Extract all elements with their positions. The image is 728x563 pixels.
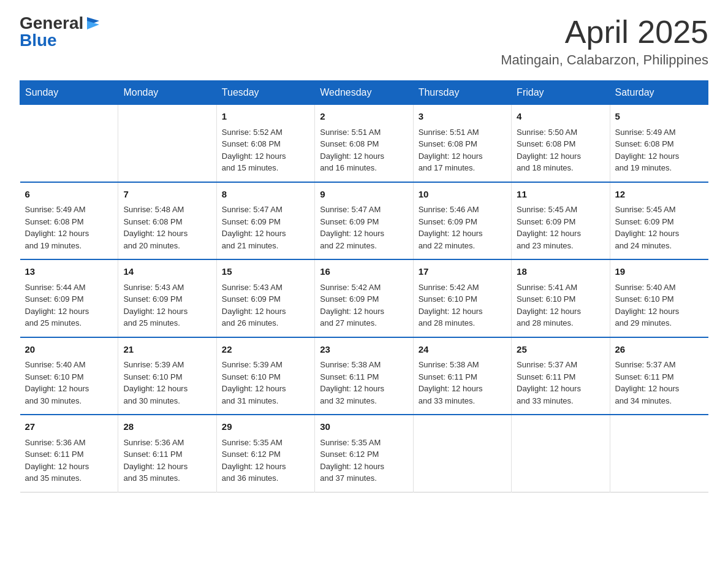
day-number: 6: [25, 188, 113, 202]
day-number: 5: [615, 110, 703, 124]
day-number: 12: [615, 188, 703, 202]
calendar-day-cell: [413, 415, 511, 492]
calendar-day-cell: [118, 105, 216, 182]
day-info: Sunrise: 5:38 AM Sunset: 6:11 PM Dayligh…: [320, 359, 408, 407]
calendar-day-cell: 25Sunrise: 5:37 AM Sunset: 6:11 PM Dayli…: [512, 337, 610, 415]
day-info: Sunrise: 5:47 AM Sunset: 6:09 PM Dayligh…: [222, 204, 309, 251]
day-info: Sunrise: 5:43 AM Sunset: 6:09 PM Dayligh…: [123, 282, 211, 329]
calendar-day-cell: 19Sunrise: 5:40 AM Sunset: 6:10 PM Dayli…: [610, 259, 708, 337]
calendar-day-cell: 16Sunrise: 5:42 AM Sunset: 6:09 PM Dayli…: [315, 259, 413, 337]
calendar-day-cell: 17Sunrise: 5:42 AM Sunset: 6:10 PM Dayli…: [413, 259, 511, 337]
calendar-week-row: 13Sunrise: 5:44 AM Sunset: 6:09 PM Dayli…: [20, 259, 708, 337]
calendar-day-cell: 23Sunrise: 5:38 AM Sunset: 6:11 PM Dayli…: [315, 337, 413, 415]
page-header: General Blue April 2025 Matingain, Calab…: [20, 15, 708, 68]
day-number: 20: [25, 343, 113, 357]
calendar-day-cell: 11Sunrise: 5:45 AM Sunset: 6:09 PM Dayli…: [512, 182, 610, 260]
logo-flag-icon: [85, 15, 102, 32]
day-info: Sunrise: 5:37 AM Sunset: 6:11 PM Dayligh…: [517, 359, 604, 407]
days-of-week-row: SundayMondayTuesdayWednesdayThursdayFrid…: [20, 81, 708, 105]
calendar-day-cell: 7Sunrise: 5:48 AM Sunset: 6:08 PM Daylig…: [118, 182, 216, 260]
calendar-day-cell: 12Sunrise: 5:45 AM Sunset: 6:09 PM Dayli…: [610, 182, 708, 260]
day-info: Sunrise: 5:39 AM Sunset: 6:10 PM Dayligh…: [123, 359, 211, 407]
day-info: Sunrise: 5:38 AM Sunset: 6:11 PM Dayligh…: [419, 359, 506, 407]
day-info: Sunrise: 5:50 AM Sunset: 6:08 PM Dayligh…: [517, 126, 604, 174]
day-info: Sunrise: 5:35 AM Sunset: 6:12 PM Dayligh…: [320, 437, 408, 484]
calendar-day-cell: [610, 415, 708, 492]
calendar-day-cell: 30Sunrise: 5:35 AM Sunset: 6:12 PM Dayli…: [315, 415, 413, 492]
day-of-week-header: Wednesday: [315, 81, 413, 105]
day-number: 22: [222, 343, 309, 357]
calendar-week-row: 20Sunrise: 5:40 AM Sunset: 6:10 PM Dayli…: [20, 337, 708, 415]
calendar-day-cell: 4Sunrise: 5:50 AM Sunset: 6:08 PM Daylig…: [512, 105, 610, 182]
day-info: Sunrise: 5:40 AM Sunset: 6:10 PM Dayligh…: [25, 359, 113, 407]
day-info: Sunrise: 5:42 AM Sunset: 6:10 PM Dayligh…: [419, 282, 506, 329]
day-of-week-header: Friday: [512, 81, 610, 105]
calendar-day-cell: 27Sunrise: 5:36 AM Sunset: 6:11 PM Dayli…: [20, 415, 118, 492]
day-number: 24: [419, 343, 506, 357]
day-info: Sunrise: 5:35 AM Sunset: 6:12 PM Dayligh…: [222, 437, 309, 484]
day-number: 25: [517, 343, 604, 357]
calendar-day-cell: 3Sunrise: 5:51 AM Sunset: 6:08 PM Daylig…: [413, 105, 511, 182]
day-info: Sunrise: 5:36 AM Sunset: 6:11 PM Dayligh…: [25, 437, 113, 484]
calendar-day-cell: 8Sunrise: 5:47 AM Sunset: 6:09 PM Daylig…: [216, 182, 314, 260]
calendar-day-cell: 6Sunrise: 5:49 AM Sunset: 6:08 PM Daylig…: [20, 182, 118, 260]
day-number: 10: [419, 188, 506, 202]
calendar-day-cell: 1Sunrise: 5:52 AM Sunset: 6:08 PM Daylig…: [216, 105, 314, 182]
day-info: Sunrise: 5:41 AM Sunset: 6:10 PM Dayligh…: [517, 282, 604, 329]
day-number: 28: [123, 420, 211, 434]
day-of-week-header: Sunday: [20, 81, 118, 105]
day-number: 1: [222, 110, 309, 124]
calendar-day-cell: 5Sunrise: 5:49 AM Sunset: 6:08 PM Daylig…: [610, 105, 708, 182]
day-info: Sunrise: 5:45 AM Sunset: 6:09 PM Dayligh…: [517, 204, 604, 251]
calendar-day-cell: 21Sunrise: 5:39 AM Sunset: 6:10 PM Dayli…: [118, 337, 216, 415]
day-of-week-header: Monday: [118, 81, 216, 105]
day-info: Sunrise: 5:42 AM Sunset: 6:09 PM Dayligh…: [320, 282, 408, 329]
title-block: April 2025 Matingain, Calabarzon, Philip…: [501, 15, 708, 68]
calendar-week-row: 1Sunrise: 5:52 AM Sunset: 6:08 PM Daylig…: [20, 105, 708, 182]
day-info: Sunrise: 5:39 AM Sunset: 6:10 PM Dayligh…: [222, 359, 309, 407]
calendar-table: SundayMondayTuesdayWednesdayThursdayFrid…: [20, 80, 708, 492]
day-number: 16: [320, 265, 408, 279]
calendar-day-cell: 15Sunrise: 5:43 AM Sunset: 6:09 PM Dayli…: [216, 259, 314, 337]
day-number: 3: [419, 110, 506, 124]
day-info: Sunrise: 5:36 AM Sunset: 6:11 PM Dayligh…: [123, 437, 211, 484]
logo-blue-text: Blue: [20, 32, 57, 49]
calendar-header: SundayMondayTuesdayWednesdayThursdayFrid…: [20, 81, 708, 105]
day-info: Sunrise: 5:45 AM Sunset: 6:09 PM Dayligh…: [615, 204, 703, 251]
day-info: Sunrise: 5:49 AM Sunset: 6:08 PM Dayligh…: [615, 126, 703, 174]
day-of-week-header: Thursday: [413, 81, 511, 105]
calendar-day-cell: 10Sunrise: 5:46 AM Sunset: 6:09 PM Dayli…: [413, 182, 511, 260]
day-number: 9: [320, 188, 408, 202]
day-number: 13: [25, 265, 113, 279]
day-info: Sunrise: 5:44 AM Sunset: 6:09 PM Dayligh…: [25, 282, 113, 329]
day-info: Sunrise: 5:46 AM Sunset: 6:09 PM Dayligh…: [419, 204, 506, 251]
day-number: 27: [25, 420, 113, 434]
calendar-day-cell: 2Sunrise: 5:51 AM Sunset: 6:08 PM Daylig…: [315, 105, 413, 182]
calendar-day-cell: 20Sunrise: 5:40 AM Sunset: 6:10 PM Dayli…: [20, 337, 118, 415]
day-number: 15: [222, 265, 309, 279]
calendar-day-cell: 28Sunrise: 5:36 AM Sunset: 6:11 PM Dayli…: [118, 415, 216, 492]
calendar-day-cell: 29Sunrise: 5:35 AM Sunset: 6:12 PM Dayli…: [216, 415, 314, 492]
day-number: 26: [615, 343, 703, 357]
calendar-day-cell: [20, 105, 118, 182]
day-info: Sunrise: 5:52 AM Sunset: 6:08 PM Dayligh…: [222, 126, 309, 174]
day-number: 21: [123, 343, 211, 357]
day-number: 19: [615, 265, 703, 279]
calendar-body: 1Sunrise: 5:52 AM Sunset: 6:08 PM Daylig…: [20, 105, 708, 492]
logo-general-text: General: [20, 15, 83, 32]
day-info: Sunrise: 5:47 AM Sunset: 6:09 PM Dayligh…: [320, 204, 408, 251]
calendar-day-cell: 9Sunrise: 5:47 AM Sunset: 6:09 PM Daylig…: [315, 182, 413, 260]
calendar-day-cell: 22Sunrise: 5:39 AM Sunset: 6:10 PM Dayli…: [216, 337, 314, 415]
calendar-week-row: 6Sunrise: 5:49 AM Sunset: 6:08 PM Daylig…: [20, 182, 708, 260]
day-number: 14: [123, 265, 211, 279]
logo: General Blue: [20, 15, 102, 49]
day-info: Sunrise: 5:49 AM Sunset: 6:08 PM Dayligh…: [25, 204, 113, 251]
day-number: 8: [222, 188, 309, 202]
calendar-week-row: 27Sunrise: 5:36 AM Sunset: 6:11 PM Dayli…: [20, 415, 708, 492]
day-info: Sunrise: 5:43 AM Sunset: 6:09 PM Dayligh…: [222, 282, 309, 329]
day-number: 11: [517, 188, 604, 202]
calendar-day-cell: 24Sunrise: 5:38 AM Sunset: 6:11 PM Dayli…: [413, 337, 511, 415]
calendar-day-cell: 18Sunrise: 5:41 AM Sunset: 6:10 PM Dayli…: [512, 259, 610, 337]
month-title: April 2025: [501, 15, 708, 50]
day-info: Sunrise: 5:40 AM Sunset: 6:10 PM Dayligh…: [615, 282, 703, 329]
